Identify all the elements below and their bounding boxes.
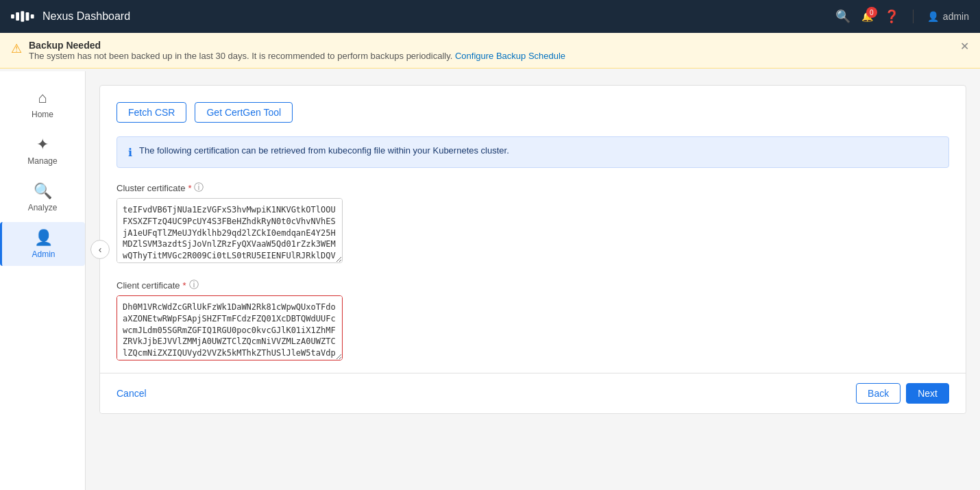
svg-rect-1 — [16, 12, 19, 21]
cluster-cert-textarea[interactable]: teIFvdVB6TjNUa1EzVGFxS3hvMwpiK1NKVGtkOTl… — [117, 198, 343, 263]
collapse-toggle-button[interactable]: ‹ — [90, 240, 110, 259]
footer-buttons: Back Next — [856, 383, 949, 404]
notification-bell[interactable]: 🔔 0 — [861, 11, 873, 22]
sidebar-label-analyze: Analyze — [28, 203, 58, 212]
cluster-cert-required: * — [188, 183, 191, 193]
app-logo: Nexus Dashboard — [11, 10, 835, 23]
get-certgen-button[interactable]: Get CertGen Tool — [195, 102, 293, 123]
info-text: The following certification can be retri… — [139, 145, 509, 156]
cancel-button[interactable]: Cancel — [117, 388, 147, 399]
svg-rect-0 — [11, 14, 14, 19]
manage-icon: ✦ — [36, 136, 49, 154]
configure-backup-link[interactable]: Configure Backup Schedule — [455, 51, 565, 61]
user-menu[interactable]: 👤 admin — [927, 11, 969, 22]
sidebar-item-admin[interactable]: 👤 Admin — [0, 222, 85, 266]
sidebar-item-analyze[interactable]: 🔍 Analyze — [0, 175, 85, 219]
client-cert-required: * — [182, 280, 186, 291]
action-button-row: Fetch CSR Get CertGen Tool — [117, 102, 949, 123]
banner-title: Backup Needed — [29, 40, 953, 51]
app-name: Nexus Dashboard — [42, 10, 130, 23]
back-button[interactable]: Back — [856, 383, 901, 404]
svg-rect-2 — [21, 11, 24, 22]
backup-banner: ⚠ Backup Needed The system has not been … — [0, 33, 980, 69]
username: admin — [943, 11, 969, 22]
header-divider — [913, 10, 914, 23]
client-cert-label: Client certificate * ⓘ — [117, 279, 949, 291]
admin-icon: 👤 — [34, 229, 53, 247]
search-icon[interactable]: 🔍 — [835, 9, 850, 24]
layout: ⌂ Home ✦ Manage 🔍 Analyze 👤 Admin ‹ Fetc… — [0, 33, 980, 490]
cisco-logo-icon — [11, 10, 36, 23]
header: Nexus Dashboard 🔍 🔔 0 ❓ 👤 admin — [0, 0, 980, 33]
sidebar: ⌂ Home ✦ Manage 🔍 Analyze 👤 Admin — [0, 71, 86, 490]
content-card: ‹ Fetch CSR Get CertGen Tool ℹ The follo… — [99, 85, 966, 414]
banner-message: The system has not been backed up in the… — [29, 51, 452, 61]
analyze-icon: 🔍 — [34, 182, 52, 200]
header-icons: 🔍 🔔 0 ❓ 👤 admin — [835, 9, 969, 24]
fetch-csr-button[interactable]: Fetch CSR — [117, 102, 186, 123]
cluster-cert-label: Cluster certificate * ⓘ — [117, 182, 949, 194]
info-box: ℹ The following certification can be ret… — [117, 136, 949, 168]
cluster-cert-field-group: Cluster certificate * ⓘ teIFvdVB6TjNUa1E… — [117, 182, 949, 265]
notification-count: 0 — [866, 7, 877, 18]
banner-close-button[interactable]: ✕ — [960, 40, 969, 53]
client-cert-info-icon: ⓘ — [189, 279, 199, 291]
svg-rect-4 — [31, 14, 34, 19]
info-icon: ℹ — [128, 146, 132, 159]
banner-text: The system has not been backed up in the… — [29, 51, 953, 61]
sidebar-label-home: Home — [32, 110, 53, 119]
sidebar-label-admin: Admin — [32, 249, 55, 259]
next-button[interactable]: Next — [906, 383, 949, 404]
sidebar-item-manage[interactable]: ✦ Manage — [0, 129, 85, 173]
sidebar-label-manage: Manage — [27, 156, 57, 166]
cluster-cert-info-icon: ⓘ — [194, 182, 204, 194]
home-icon: ⌂ — [38, 89, 47, 107]
client-cert-field-group: Client certificate * ⓘ Dh0M1VRcWdZcGRlUk… — [117, 279, 949, 363]
card-footer: Cancel Back Next — [100, 373, 966, 413]
main-content: ‹ Fetch CSR Get CertGen Tool ℹ The follo… — [86, 71, 980, 490]
user-icon: 👤 — [927, 11, 939, 22]
warning-icon: ⚠ — [11, 41, 22, 56]
banner-content: Backup Needed The system has not been ba… — [29, 40, 953, 61]
client-cert-textarea[interactable]: Dh0M1VRcWdZcGRlUkFzWk1DaWN2Rk81cWpwQUxoT… — [117, 295, 343, 360]
svg-rect-3 — [26, 12, 29, 21]
sidebar-item-home[interactable]: ⌂ Home — [0, 82, 85, 126]
help-icon[interactable]: ❓ — [884, 9, 899, 24]
